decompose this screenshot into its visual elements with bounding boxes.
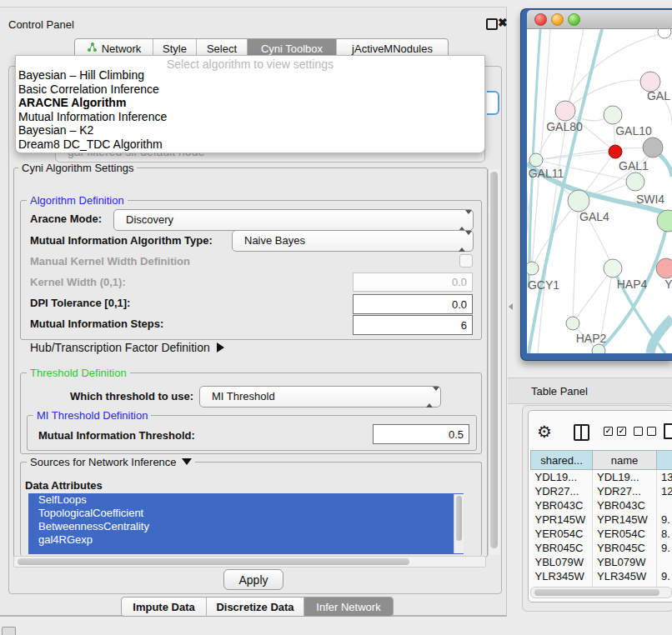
- graph-node-label: GCY1: [528, 278, 559, 292]
- kernel-width-field[interactable]: 0.0: [353, 272, 473, 292]
- graph-node[interactable]: [568, 190, 589, 212]
- mi-steps-field[interactable]: 6: [353, 315, 473, 335]
- sources-toggle[interactable]: Sources for Network Inference: [27, 456, 195, 468]
- attribute-list-item[interactable]: SelfLoops: [28, 493, 464, 507]
- tab-impute-data[interactable]: Impute Data: [122, 598, 207, 616]
- table-horizontal-scrollbar[interactable]: [530, 587, 672, 598]
- algorithm-option[interactable]: Mutual Information Inference: [16, 110, 484, 124]
- graph-node[interactable]: [656, 258, 672, 278]
- close-icon[interactable]: ✖: [498, 16, 508, 29]
- graph-node[interactable]: [529, 153, 543, 167]
- mi-threshold-label: Mutual Information Threshold:: [38, 429, 195, 442]
- dock-panel-chip[interactable]: [2, 627, 16, 635]
- stepper-arrows-icon: [426, 391, 433, 402]
- graph-node[interactable]: [566, 317, 579, 330]
- dropdown-placeholder: Select algorithm to view settings: [16, 56, 484, 68]
- column-header[interactable]: [657, 451, 672, 470]
- settings-horizontal-scrollbar[interactable]: [13, 556, 486, 568]
- algorithm-option[interactable]: ARACNE Algorithm: [16, 96, 484, 110]
- table-row[interactable]: YER054CYER054C8.: [531, 527, 672, 541]
- graph-node-label: GAL10: [615, 124, 652, 138]
- document-icon[interactable]: [664, 423, 672, 439]
- graph-node[interactable]: [592, 344, 605, 353]
- mi-threshold-field[interactable]: 0.5: [373, 424, 469, 444]
- table-row[interactable]: YPR145WYPR145W9.: [531, 512, 672, 527]
- dpi-tolerance-field[interactable]: 0.0: [353, 294, 473, 314]
- table-row[interactable]: YBR045CYBR045C9.: [531, 541, 672, 555]
- mi-steps-label: Mutual Information Steps:: [30, 318, 163, 330]
- minimize-mac-icon[interactable]: [551, 13, 564, 26]
- graph-node[interactable]: [604, 106, 622, 124]
- table-row[interactable]: YBR043CYBR043C: [531, 498, 672, 512]
- graph-edge: [536, 152, 615, 160]
- graph-node[interactable]: [658, 29, 671, 38]
- apply-button[interactable]: Apply: [223, 569, 283, 590]
- threshold-definition-title: Threshold Definition: [27, 367, 130, 379]
- gear-icon[interactable]: ⚙: [537, 422, 552, 442]
- collapse-down-icon: [182, 458, 192, 465]
- algorithm-definition-title: Algorithm Definition: [27, 194, 128, 207]
- network-canvas[interactable]: GALGAL80GAL10GAL1SWI4GAL11GAL4GCY1HAP4YH…: [527, 29, 672, 353]
- graph-node[interactable]: [555, 101, 575, 121]
- panel-divider-arrow[interactable]: [509, 303, 513, 310]
- tab-infer-network[interactable]: Infer Network: [304, 598, 393, 616]
- split-pane-icon[interactable]: [574, 424, 589, 441]
- graph-node-label: HAP2: [576, 332, 607, 345]
- table-clip: shared...name YDL19...YDL19...13YDR27...…: [528, 448, 672, 588]
- attribute-list-item[interactable]: gal4RGexp: [28, 533, 464, 547]
- aracne-mode-combobox[interactable]: Discovery: [113, 209, 474, 231]
- graph-node[interactable]: [609, 145, 622, 158]
- graph-node-label: GAL4: [579, 210, 609, 223]
- manual-kernel-label: Manual Kernel Width Definition: [30, 255, 190, 268]
- graph-node-label: GAL11: [529, 167, 564, 180]
- hub-definition-toggle[interactable]: Hub/Transcription Factor Definition: [30, 341, 224, 354]
- algorithm-option[interactable]: Bayesian – K2: [16, 123, 484, 138]
- graph-node[interactable]: [527, 262, 539, 275]
- column-header[interactable]: shared...: [531, 451, 593, 470]
- graph-node-label: HAP4: [617, 278, 648, 291]
- graph-node-label: Y: [664, 278, 672, 291]
- zoom-mac-icon[interactable]: [568, 13, 580, 26]
- algorithm-option[interactable]: Basic Correlation Inference: [16, 82, 484, 97]
- graph-node[interactable]: [604, 259, 622, 278]
- aracne-mode-label: Aracne Mode:: [30, 212, 102, 225]
- stepper-arrows-icon: [459, 235, 465, 247]
- graph-edge: [573, 201, 579, 323]
- graph-node[interactable]: [643, 138, 663, 158]
- checked-box-icon[interactable]: ✓: [617, 427, 626, 436]
- combobox-focus-fragment: [487, 91, 499, 115]
- checked-box-icon[interactable]: ✓: [604, 427, 613, 436]
- unchecked-box-icon[interactable]: [634, 427, 643, 436]
- table-row[interactable]: YDL19...YDL19...13: [531, 470, 672, 485]
- manual-kernel-checkbox[interactable]: [459, 254, 473, 268]
- float-icon[interactable]: [486, 18, 498, 30]
- attribute-list-item[interactable]: TopologicalCoefficient: [28, 507, 464, 520]
- algorithm-dropdown[interactable]: Select algorithm to view settings Bayesi…: [15, 55, 485, 153]
- table-row[interactable]: YLR345WYLR345W9.: [531, 569, 672, 583]
- kernel-width-label: Kernel Width (0,1):: [30, 276, 126, 288]
- tab-discretize-data[interactable]: Discretize Data: [207, 598, 304, 616]
- mi-type-combobox[interactable]: Naive Bayes: [232, 230, 474, 252]
- settings-vertical-scrollbar[interactable]: [488, 169, 500, 555]
- column-header[interactable]: name: [593, 451, 657, 470]
- network-window-titlebar[interactable]: [527, 10, 672, 29]
- which-threshold-combobox[interactable]: MI Threshold: [199, 386, 441, 408]
- screen: Control Panel ✖ Network Style Select: [0, 0, 672, 635]
- table-panel-title: Table Panel: [531, 385, 588, 398]
- network-icon: [87, 42, 98, 55]
- mi-threshold-group-title: MI Threshold Definition: [33, 409, 151, 422]
- attribute-list-scrollbar[interactable]: [454, 494, 464, 553]
- window-title: Control Panel: [8, 18, 74, 31]
- graph-edge: [573, 268, 613, 323]
- table-row[interactable]: YDR27...YDR27...12: [531, 484, 672, 498]
- graph-node[interactable]: [626, 172, 644, 191]
- close-mac-icon[interactable]: [534, 13, 547, 26]
- table-row[interactable]: YBL079WYBL079W: [531, 555, 672, 569]
- unchecked-box-icon[interactable]: [647, 427, 656, 436]
- data-attributes-list: SelfLoopsTopologicalCoefficientBetweenne…: [28, 493, 464, 554]
- attribute-list-item[interactable]: BetweennessCentrality: [28, 520, 464, 533]
- graph-node-label: SWI4: [636, 192, 664, 206]
- algorithm-option[interactable]: Dream8 DC_TDC Algorithm: [16, 138, 484, 152]
- node-table[interactable]: shared...name YDL19...YDL19...13YDR27...…: [530, 450, 672, 588]
- dpi-tolerance-label: DPI Tolerance [0,1]:: [30, 297, 130, 309]
